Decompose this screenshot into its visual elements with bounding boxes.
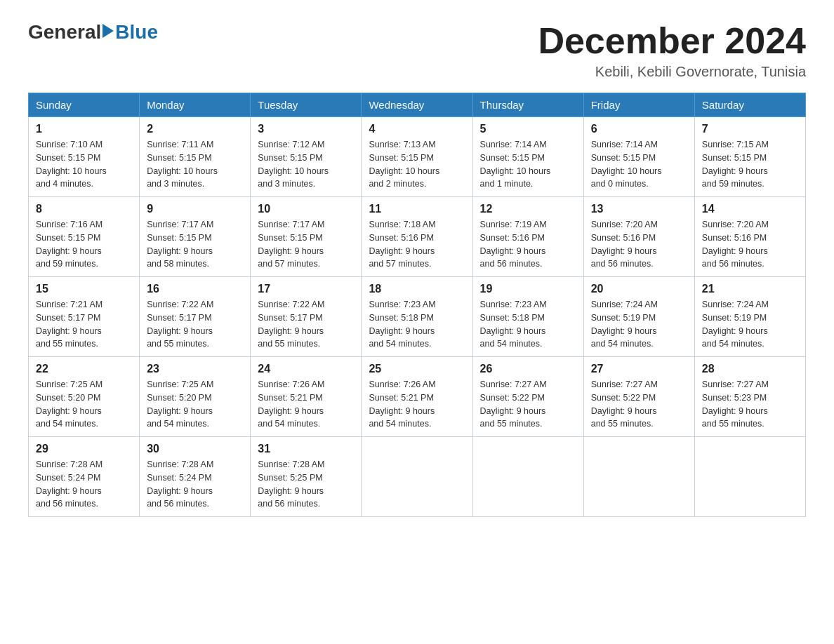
day-number: 25 [369, 363, 465, 375]
day-number: 5 [480, 123, 576, 135]
calendar-cell: 17Sunrise: 7:22 AMSunset: 5:17 PMDayligh… [251, 277, 362, 357]
day-number: 18 [369, 283, 465, 295]
day-info: Sunrise: 7:22 AMSunset: 5:17 PMDaylight:… [258, 298, 354, 351]
day-number: 12 [480, 203, 576, 215]
subtitle: Kebili, Kebili Governorate, Tunisia [538, 64, 806, 80]
calendar-cell: 8Sunrise: 7:16 AMSunset: 5:15 PMDaylight… [29, 197, 140, 277]
day-number: 7 [702, 123, 798, 135]
day-info: Sunrise: 7:20 AMSunset: 5:16 PMDaylight:… [591, 218, 687, 271]
day-info: Sunrise: 7:24 AMSunset: 5:19 PMDaylight:… [702, 298, 798, 351]
day-info: Sunrise: 7:12 AMSunset: 5:15 PMDaylight:… [258, 138, 354, 191]
calendar-cell: 21Sunrise: 7:24 AMSunset: 5:19 PMDayligh… [694, 277, 805, 357]
calendar-header-wednesday: Wednesday [362, 93, 472, 117]
calendar-header-thursday: Thursday [472, 93, 583, 117]
calendar-cell: 29Sunrise: 7:28 AMSunset: 5:24 PMDayligh… [29, 437, 140, 517]
day-info: Sunrise: 7:27 AMSunset: 5:22 PMDaylight:… [591, 378, 687, 431]
day-number: 16 [147, 283, 243, 295]
day-number: 2 [147, 123, 243, 135]
calendar-cell: 23Sunrise: 7:25 AMSunset: 5:20 PMDayligh… [140, 357, 251, 437]
day-number: 20 [591, 283, 687, 295]
day-number: 28 [702, 363, 798, 375]
day-info: Sunrise: 7:26 AMSunset: 5:21 PMDaylight:… [258, 378, 354, 431]
day-info: Sunrise: 7:28 AMSunset: 5:24 PMDaylight:… [147, 458, 243, 511]
calendar-header-tuesday: Tuesday [251, 93, 362, 117]
day-info: Sunrise: 7:10 AMSunset: 5:15 PMDaylight:… [36, 138, 132, 191]
calendar-cell: 26Sunrise: 7:27 AMSunset: 5:22 PMDayligh… [472, 357, 583, 437]
calendar-header-row: SundayMondayTuesdayWednesdayThursdayFrid… [29, 93, 806, 117]
calendar-week-row: 8Sunrise: 7:16 AMSunset: 5:15 PMDaylight… [29, 197, 806, 277]
calendar-cell: 25Sunrise: 7:26 AMSunset: 5:21 PMDayligh… [362, 357, 472, 437]
day-number: 9 [147, 203, 243, 215]
logo-arrow-icon [102, 24, 114, 38]
day-info: Sunrise: 7:27 AMSunset: 5:22 PMDaylight:… [480, 378, 576, 431]
day-info: Sunrise: 7:23 AMSunset: 5:18 PMDaylight:… [480, 298, 576, 351]
day-info: Sunrise: 7:14 AMSunset: 5:15 PMDaylight:… [591, 138, 687, 191]
calendar-week-row: 29Sunrise: 7:28 AMSunset: 5:24 PMDayligh… [29, 437, 806, 517]
title-area: December 2024 Kebili, Kebili Governorate… [538, 21, 806, 80]
calendar-cell: 16Sunrise: 7:22 AMSunset: 5:17 PMDayligh… [140, 277, 251, 357]
calendar-cell: 7Sunrise: 7:15 AMSunset: 5:15 PMDaylight… [694, 117, 805, 197]
day-number: 29 [36, 443, 132, 455]
calendar-cell: 20Sunrise: 7:24 AMSunset: 5:19 PMDayligh… [583, 277, 694, 357]
calendar-cell: 9Sunrise: 7:17 AMSunset: 5:15 PMDaylight… [140, 197, 251, 277]
calendar-cell [694, 437, 805, 517]
logo: General Blue [28, 21, 158, 43]
day-number: 6 [591, 123, 687, 135]
day-info: Sunrise: 7:28 AMSunset: 5:25 PMDaylight:… [258, 458, 354, 511]
day-number: 22 [36, 363, 132, 375]
day-info: Sunrise: 7:16 AMSunset: 5:15 PMDaylight:… [36, 218, 132, 271]
day-info: Sunrise: 7:21 AMSunset: 5:17 PMDaylight:… [36, 298, 132, 351]
calendar-header-saturday: Saturday [694, 93, 805, 117]
day-number: 8 [36, 203, 132, 215]
calendar-cell: 1Sunrise: 7:10 AMSunset: 5:15 PMDaylight… [29, 117, 140, 197]
calendar-cell: 18Sunrise: 7:23 AMSunset: 5:18 PMDayligh… [362, 277, 472, 357]
calendar-cell [583, 437, 694, 517]
day-info: Sunrise: 7:17 AMSunset: 5:15 PMDaylight:… [258, 218, 354, 271]
calendar-cell: 19Sunrise: 7:23 AMSunset: 5:18 PMDayligh… [472, 277, 583, 357]
calendar-cell: 31Sunrise: 7:28 AMSunset: 5:25 PMDayligh… [251, 437, 362, 517]
calendar-cell [362, 437, 472, 517]
day-number: 3 [258, 123, 354, 135]
calendar-header-friday: Friday [583, 93, 694, 117]
day-info: Sunrise: 7:15 AMSunset: 5:15 PMDaylight:… [702, 138, 798, 191]
calendar-cell: 3Sunrise: 7:12 AMSunset: 5:15 PMDaylight… [251, 117, 362, 197]
day-info: Sunrise: 7:25 AMSunset: 5:20 PMDaylight:… [36, 378, 132, 431]
day-number: 10 [258, 203, 354, 215]
day-number: 27 [591, 363, 687, 375]
calendar-cell: 27Sunrise: 7:27 AMSunset: 5:22 PMDayligh… [583, 357, 694, 437]
calendar-cell: 12Sunrise: 7:19 AMSunset: 5:16 PMDayligh… [472, 197, 583, 277]
day-info: Sunrise: 7:27 AMSunset: 5:23 PMDaylight:… [702, 378, 798, 431]
logo-general-text: General [28, 21, 101, 43]
day-info: Sunrise: 7:22 AMSunset: 5:17 PMDaylight:… [147, 298, 243, 351]
day-info: Sunrise: 7:19 AMSunset: 5:16 PMDaylight:… [480, 218, 576, 271]
day-info: Sunrise: 7:14 AMSunset: 5:15 PMDaylight:… [480, 138, 576, 191]
calendar-week-row: 1Sunrise: 7:10 AMSunset: 5:15 PMDaylight… [29, 117, 806, 197]
calendar-cell: 4Sunrise: 7:13 AMSunset: 5:15 PMDaylight… [362, 117, 472, 197]
calendar-cell [472, 437, 583, 517]
day-number: 26 [480, 363, 576, 375]
day-info: Sunrise: 7:20 AMSunset: 5:16 PMDaylight:… [702, 218, 798, 271]
day-number: 31 [258, 443, 354, 455]
calendar-cell: 22Sunrise: 7:25 AMSunset: 5:20 PMDayligh… [29, 357, 140, 437]
day-info: Sunrise: 7:28 AMSunset: 5:24 PMDaylight:… [36, 458, 132, 511]
calendar-cell: 10Sunrise: 7:17 AMSunset: 5:15 PMDayligh… [251, 197, 362, 277]
calendar-week-row: 15Sunrise: 7:21 AMSunset: 5:17 PMDayligh… [29, 277, 806, 357]
calendar-week-row: 22Sunrise: 7:25 AMSunset: 5:20 PMDayligh… [29, 357, 806, 437]
calendar-cell: 24Sunrise: 7:26 AMSunset: 5:21 PMDayligh… [251, 357, 362, 437]
day-number: 19 [480, 283, 576, 295]
day-info: Sunrise: 7:23 AMSunset: 5:18 PMDaylight:… [369, 298, 465, 351]
calendar-header-monday: Monday [140, 93, 251, 117]
calendar-table: SundayMondayTuesdayWednesdayThursdayFrid… [28, 93, 806, 517]
calendar-cell: 28Sunrise: 7:27 AMSunset: 5:23 PMDayligh… [694, 357, 805, 437]
day-info: Sunrise: 7:24 AMSunset: 5:19 PMDaylight:… [591, 298, 687, 351]
day-number: 15 [36, 283, 132, 295]
day-number: 4 [369, 123, 465, 135]
day-info: Sunrise: 7:17 AMSunset: 5:15 PMDaylight:… [147, 218, 243, 271]
main-title: December 2024 [538, 21, 806, 61]
day-number: 14 [702, 203, 798, 215]
page-header: General Blue December 2024 Kebili, Kebil… [28, 21, 806, 80]
calendar-cell: 14Sunrise: 7:20 AMSunset: 5:16 PMDayligh… [694, 197, 805, 277]
day-number: 30 [147, 443, 243, 455]
day-info: Sunrise: 7:25 AMSunset: 5:20 PMDaylight:… [147, 378, 243, 431]
day-number: 24 [258, 363, 354, 375]
